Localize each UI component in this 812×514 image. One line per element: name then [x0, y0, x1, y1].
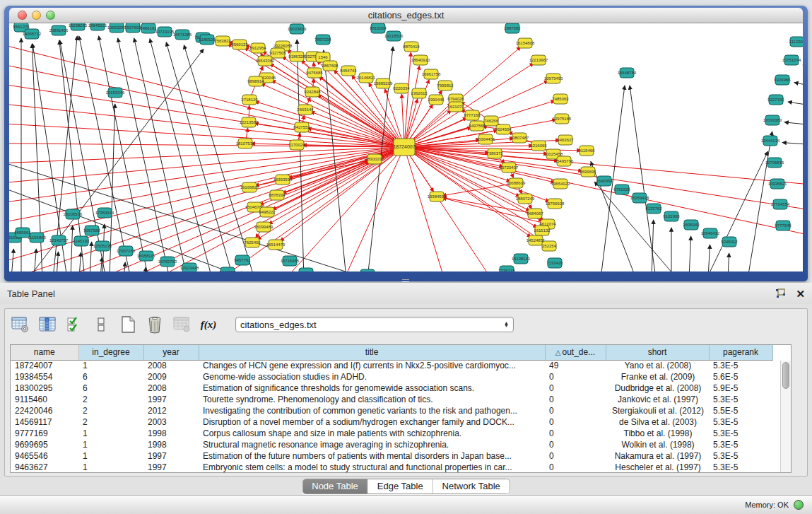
table-cell[interactable]: 2 [78, 405, 143, 416]
graph-node[interactable] [258, 56, 272, 66]
graph-node[interactable] [581, 167, 595, 177]
graph-node[interactable] [238, 139, 252, 148]
graph-node[interactable] [341, 66, 355, 76]
graph-node[interactable] [295, 122, 309, 132]
table-cell[interactable]: 0 [545, 428, 606, 439]
function-builder-icon[interactable]: f(x) [199, 315, 218, 334]
graph-node[interactable] [25, 29, 39, 39]
graph-node[interactable] [290, 140, 304, 150]
show-columns-icon[interactable] [37, 315, 57, 334]
graph-node[interactable] [770, 179, 784, 189]
table-cell[interactable]: Dudbridge et al. (2008) [606, 382, 709, 394]
table-cell[interactable]: 18724007 [11, 360, 78, 371]
table-cell[interactable]: 18300295 [11, 382, 78, 394]
panel-splitter-handle[interactable] [402, 279, 409, 282]
graph-node[interactable] [509, 178, 523, 188]
table-row[interactable]: 946554611997Estimation of the future num… [11, 450, 772, 462]
graph-node[interactable] [257, 222, 271, 232]
graph-node[interactable] [548, 199, 562, 209]
graph-node[interactable] [703, 228, 717, 238]
graph-node[interactable] [307, 68, 322, 78]
row-cells-icon[interactable] [91, 315, 111, 334]
graph-node[interactable] [438, 81, 452, 90]
graph-node[interactable] [139, 251, 153, 261]
graph-node[interactable] [242, 182, 257, 192]
graph-node[interactable] [242, 117, 256, 127]
table-cell[interactable]: 0 [545, 394, 606, 405]
table-cell[interactable]: 5.3E-5 [709, 450, 772, 462]
graph-node[interactable] [52, 235, 66, 245]
graph-node[interactable] [141, 23, 155, 33]
graph-node[interactable] [158, 27, 172, 37]
graph-node[interactable] [546, 74, 560, 83]
table-cell[interactable]: Tibbo et al. (1998) [606, 428, 709, 439]
graph-node[interactable] [126, 23, 140, 33]
table-cell[interactable]: 2 [78, 394, 143, 405]
graph-node[interactable] [110, 23, 124, 33]
graph-node[interactable] [66, 209, 80, 219]
column-header-in-degree[interactable]: in_degree [78, 345, 143, 360]
graph-node[interactable] [484, 116, 498, 126]
graph-node[interactable] [200, 35, 214, 45]
column-header-pagerank[interactable]: pagerank [709, 345, 772, 360]
graph-node[interactable] [773, 199, 787, 209]
table-row[interactable]: 946362711997Embryonic stem cells: a mode… [11, 462, 772, 473]
table-cell[interactable]: 5.3E-5 [709, 428, 772, 439]
graph-node[interactable] [71, 23, 85, 30]
table-cell[interactable]: 1 [78, 462, 143, 473]
graph-node[interactable] [496, 124, 510, 134]
graph-node[interactable] [271, 48, 285, 58]
node-table-grid[interactable]: namein_degreeyeartitle△out_de...shortpag… [11, 345, 773, 473]
table-cell[interactable]: Yano et al. (2008) [606, 360, 709, 371]
table-cell[interactable]: 0 [545, 371, 606, 382]
table-cell[interactable]: Estimation of significance thresholds fo… [199, 382, 545, 394]
table-cell[interactable]: 19384554 [11, 371, 78, 382]
table-cell[interactable]: 0 [545, 462, 606, 473]
table-cell[interactable]: 9465546 [11, 450, 78, 462]
graph-node[interactable] [529, 235, 543, 245]
new-column-icon[interactable] [118, 315, 138, 334]
graph-node[interactable] [247, 202, 261, 212]
graph-node[interactable] [775, 75, 789, 85]
graph-node[interactable] [620, 68, 634, 78]
table-cell[interactable]: Hescheler et al. (1997) [606, 462, 709, 473]
graph-node[interactable] [276, 175, 290, 185]
graph-node[interactable] [449, 102, 463, 112]
graph-node[interactable] [553, 179, 567, 189]
graph-node[interactable] [245, 238, 259, 247]
graph-node[interactable] [531, 55, 546, 65]
table-cell[interactable]: de Silva et al. (2003) [606, 416, 709, 428]
graph-node[interactable] [535, 226, 549, 235]
table-scrollbar-thumb[interactable] [782, 362, 789, 389]
table-cell[interactable]: Changes of HCN gene expression and I(f) … [199, 360, 545, 371]
graph-node[interactable] [305, 87, 319, 97]
table-row[interactable]: 1830029562008Estimation of significance … [11, 382, 772, 394]
table-cell[interactable]: 9115460 [11, 394, 78, 405]
table-row[interactable]: 1938455462009Genome-wide association stu… [11, 371, 772, 382]
graph-node[interactable] [90, 23, 105, 30]
graph-node[interactable] [763, 136, 777, 146]
graph-node[interactable] [615, 185, 629, 194]
table-cell[interactable]: 1998 [143, 428, 199, 439]
table-cell[interactable]: 0 [545, 382, 606, 394]
table-cell[interactable]: Nakamura et al. (1997) [606, 450, 709, 462]
graph-node[interactable] [557, 156, 571, 166]
graph-node[interactable] [16, 228, 30, 238]
graph-node[interactable] [30, 233, 44, 243]
graph-node[interactable] [664, 211, 678, 221]
tab-edge-table[interactable]: Edge Table [368, 479, 433, 493]
graph-node[interactable] [387, 31, 401, 41]
graph-node[interactable] [376, 78, 390, 88]
table-cell[interactable]: 5.9E-5 [709, 382, 772, 394]
table-cell[interactable]: 0 [545, 416, 606, 428]
table-cell[interactable]: Embryonic stem cells: a model to study s… [199, 462, 545, 473]
table-cell[interactable]: Genome-wide association studies in ADHD. [199, 371, 545, 382]
tab-node-table[interactable]: Node Table [302, 479, 368, 493]
graph-node[interactable] [216, 36, 230, 46]
graph-node[interactable] [52, 25, 66, 35]
table-cell[interactable]: 2009 [143, 371, 199, 382]
graph-node[interactable] [371, 23, 385, 33]
delete-table-icon-disabled[interactable] [172, 315, 192, 334]
table-cell[interactable]: Stergiakouli et al. (2012) [606, 405, 709, 416]
graph-node[interactable] [555, 114, 569, 124]
